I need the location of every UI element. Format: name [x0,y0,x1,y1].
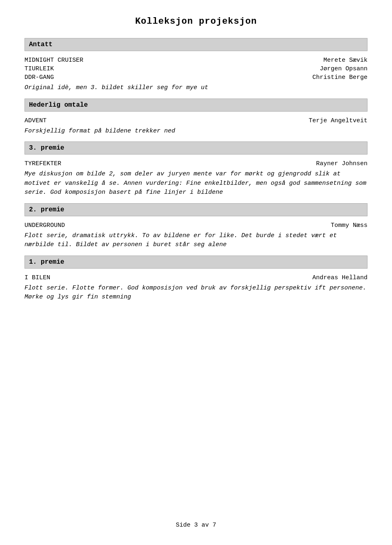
entry-author: Terje Angeltveit [309,117,368,124]
entry-title: I BILEN [24,274,50,281]
entry-row: I BILENAndreas Helland [24,274,368,281]
section-header-2-premie: 2. premie [24,203,368,216]
section-header-1-premie: 1. premie [24,256,368,269]
section-hederlig-omtale: Hederlig omtaleADVENTTerje AngeltveitFor… [24,99,368,136]
entry-author: Christine Berge [312,74,368,81]
entry-row: TYREFEKTERRayner Johnsen [24,160,368,167]
entry-author: Andreas Helland [312,274,368,281]
entries-group-1-premie: I BILENAndreas Helland [24,274,368,281]
entry-note-3-premie: Mye diskusjon om bilde 2, som deler av j… [24,170,368,197]
entry-author: Jørgen Opsann [320,65,368,72]
entry-author: Tommy Næss [331,222,368,229]
page-footer: Side 3 av 7 [0,522,392,529]
entry-title: MIDNIGHT CRUISER [24,57,83,64]
section-header-3-premie: 3. premie [24,141,368,155]
entry-note-antatt: Original idè, men 3. bildet skiller seg … [24,83,368,93]
entry-author: Rayner Johnsen [316,160,368,167]
entry-note-hederlig-omtale: Forskjellig format på bildene trekker ne… [24,127,368,136]
page-title: Kolleksjon projeksjon [24,16,368,27]
entry-title: ADVENT [24,117,47,124]
entry-row: TIURLEIKJørgen Opsann [24,65,368,72]
section-3-premie: 3. premieTYREFEKTERRayner JohnsenMye dis… [24,141,368,197]
entries-group-3-premie: TYREFEKTERRayner Johnsen [24,160,368,167]
entry-row: ADVENTTerje Angeltveit [24,117,368,124]
entries-group-hederlig-omtale: ADVENTTerje Angeltveit [24,117,368,124]
entry-note-2-premie: Flott serie, dramatisk uttrykk. To av bi… [24,231,368,250]
section-header-hederlig-omtale: Hederlig omtale [24,99,368,112]
entry-row: MIDNIGHT CRUISERMerete Sævik [24,57,368,64]
section-2-premie: 2. premieUNDERGROUNDTommy NæssFlott seri… [24,203,368,250]
entry-title: DDR-GANG [24,74,54,81]
entries-group-2-premie: UNDERGROUNDTommy Næss [24,222,368,229]
entry-title: TYREFEKTER [24,160,61,167]
section-1-premie: 1. premieI BILENAndreas HellandFlott ser… [24,256,368,302]
entry-title: UNDERGROUND [24,222,65,229]
page-container: Kolleksjon projeksjon AntattMIDNIGHT CRU… [0,0,392,324]
entry-title: TIURLEIK [24,65,54,72]
entry-note-1-premie: Flott serie. Flotte former. God komposis… [24,284,368,302]
section-header-antatt: Antatt [24,38,368,51]
entry-author: Merete Sævik [323,57,368,64]
entries-group-antatt: MIDNIGHT CRUISERMerete SævikTIURLEIKJørg… [24,57,368,81]
sections-container: AntattMIDNIGHT CRUISERMerete SævikTIURLE… [24,38,368,302]
section-antatt: AntattMIDNIGHT CRUISERMerete SævikTIURLE… [24,38,368,93]
entry-row: UNDERGROUNDTommy Næss [24,222,368,229]
entry-row: DDR-GANGChristine Berge [24,74,368,81]
